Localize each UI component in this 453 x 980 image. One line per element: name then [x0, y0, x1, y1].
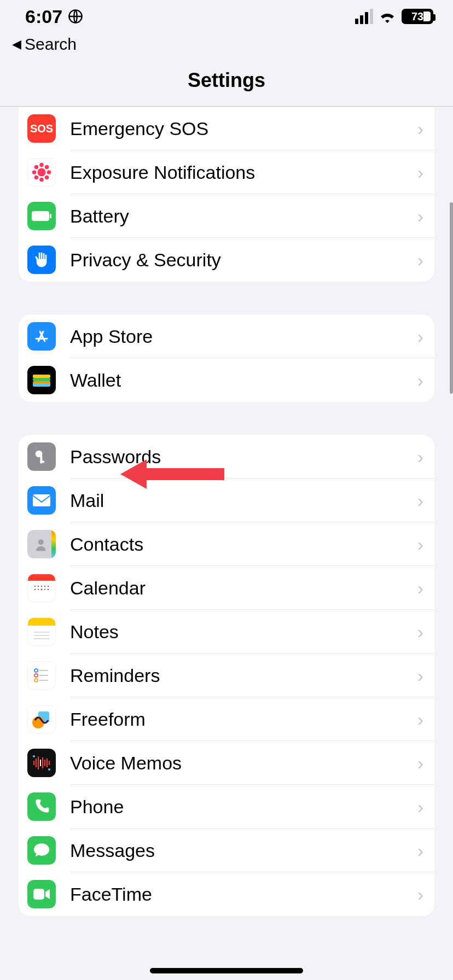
wifi-icon: [379, 10, 396, 23]
row-emergency-sos[interactable]: SOS Emergency SOS ›: [19, 107, 434, 150]
chevron-right-icon: ›: [417, 118, 423, 139]
svg-point-22: [38, 586, 39, 587]
freeform-icon: [27, 705, 56, 733]
row-label: Phone: [70, 796, 403, 818]
row-label: FaceTime: [70, 884, 403, 905]
row-app-store[interactable]: App Store ›: [19, 314, 434, 358]
svg-point-5: [48, 171, 50, 174]
row-privacy-security[interactable]: Privacy & Security ›: [19, 238, 434, 282]
svg-point-3: [40, 178, 43, 181]
passwords-key-icon: [27, 442, 56, 471]
svg-rect-10: [32, 211, 49, 221]
status-time: 6:07: [25, 6, 62, 27]
chevron-right-icon: ›: [417, 752, 423, 774]
battery-icon: 73: [402, 9, 433, 24]
row-label: Mail: [70, 490, 403, 511]
row-notes[interactable]: Notes ›: [19, 610, 434, 654]
row-reminders[interactable]: Reminders ›: [19, 654, 434, 697]
svg-rect-11: [50, 214, 51, 218]
svg-point-35: [34, 674, 38, 677]
settings-section-apps: Passwords › Mail › Contacts › Calendar ›: [19, 435, 434, 916]
row-battery[interactable]: Battery ›: [19, 194, 434, 238]
row-voice-memos[interactable]: Voice Memos ›: [19, 741, 434, 785]
notes-icon: [27, 617, 56, 646]
svg-point-1: [38, 168, 46, 177]
back-to-search[interactable]: ◀ Search: [0, 33, 453, 59]
contacts-icon: [27, 530, 56, 558]
svg-point-24: [44, 586, 45, 587]
scrollbar-indicator: [450, 202, 453, 394]
row-label: Emergency SOS: [70, 118, 403, 139]
row-label: Messages: [70, 840, 403, 861]
svg-point-30: [48, 589, 49, 590]
row-label: Passwords: [70, 446, 403, 468]
svg-point-8: [35, 176, 38, 179]
svg-rect-52: [33, 889, 44, 900]
home-indicator: [150, 968, 303, 973]
svg-point-2: [40, 164, 43, 166]
location-globe-icon: [68, 9, 83, 24]
status-right: 73: [355, 9, 433, 24]
row-label: Contacts: [70, 534, 403, 555]
row-label: Battery: [70, 206, 403, 227]
cellular-signal-icon: [355, 9, 373, 24]
chevron-right-icon: ›: [417, 162, 423, 183]
chevron-right-icon: ›: [417, 709, 423, 730]
battery-app-icon: [27, 202, 56, 230]
row-wallet[interactable]: Wallet ›: [19, 358, 434, 402]
settings-section-system: SOS Emergency SOS › Exposure Notificatio…: [19, 107, 434, 282]
wallet-icon: [27, 366, 56, 394]
svg-point-36: [34, 679, 38, 682]
voice-memos-icon: [27, 749, 56, 777]
row-label: Notes: [70, 621, 403, 643]
chevron-right-icon: ›: [417, 446, 423, 468]
svg-point-25: [48, 586, 49, 587]
row-label: Calendar: [70, 578, 403, 599]
row-messages[interactable]: Messages ›: [19, 829, 434, 872]
svg-point-6: [35, 166, 38, 168]
svg-point-51: [48, 768, 50, 771]
status-bar: 6:07 73: [0, 0, 453, 33]
chevron-right-icon: ›: [417, 534, 423, 555]
svg-rect-13: [33, 378, 50, 381]
row-label: Voice Memos: [70, 752, 403, 774]
chevron-right-icon: ›: [417, 206, 423, 227]
row-contacts[interactable]: Contacts ›: [19, 522, 434, 566]
row-label: Reminders: [70, 665, 403, 686]
row-label: Privacy & Security: [70, 249, 403, 271]
svg-point-29: [44, 589, 45, 590]
svg-rect-19: [33, 494, 50, 506]
row-freeform[interactable]: Freeform ›: [19, 697, 434, 741]
row-label: Exposure Notifications: [70, 162, 403, 183]
row-exposure-notifications[interactable]: Exposure Notifications ›: [19, 150, 434, 194]
chevron-right-icon: ›: [417, 490, 423, 511]
row-phone[interactable]: Phone ›: [19, 785, 434, 829]
page-title: Settings: [0, 59, 453, 106]
facetime-icon: [27, 880, 56, 908]
row-mail[interactable]: Mail ›: [19, 479, 434, 522]
privacy-hand-icon: [27, 246, 56, 274]
svg-rect-15: [33, 383, 50, 387]
row-label: Wallet: [70, 370, 403, 391]
svg-point-50: [33, 755, 35, 757]
svg-point-34: [34, 669, 38, 672]
row-passwords[interactable]: Passwords ›: [19, 435, 434, 479]
exposure-icon: [27, 158, 56, 186]
messages-icon: [27, 836, 56, 865]
chevron-right-icon: ›: [417, 326, 423, 347]
chevron-right-icon: ›: [417, 665, 423, 686]
chevron-right-icon: ›: [417, 840, 423, 861]
sos-icon: SOS: [27, 114, 56, 143]
svg-point-20: [38, 539, 44, 545]
chevron-right-icon: ›: [417, 370, 423, 391]
svg-point-28: [41, 589, 43, 591]
battery-percent: 73: [411, 10, 423, 23]
chevron-right-icon: ›: [417, 796, 423, 818]
back-chevron-icon: ◀: [12, 37, 21, 51]
row-calendar[interactable]: Calendar ›: [19, 566, 434, 610]
mail-icon: [27, 486, 56, 515]
reminders-icon: [27, 661, 56, 690]
svg-point-9: [45, 176, 48, 179]
row-facetime[interactable]: FaceTime ›: [19, 872, 434, 916]
settings-section-store: App Store › Wallet ›: [19, 314, 434, 402]
